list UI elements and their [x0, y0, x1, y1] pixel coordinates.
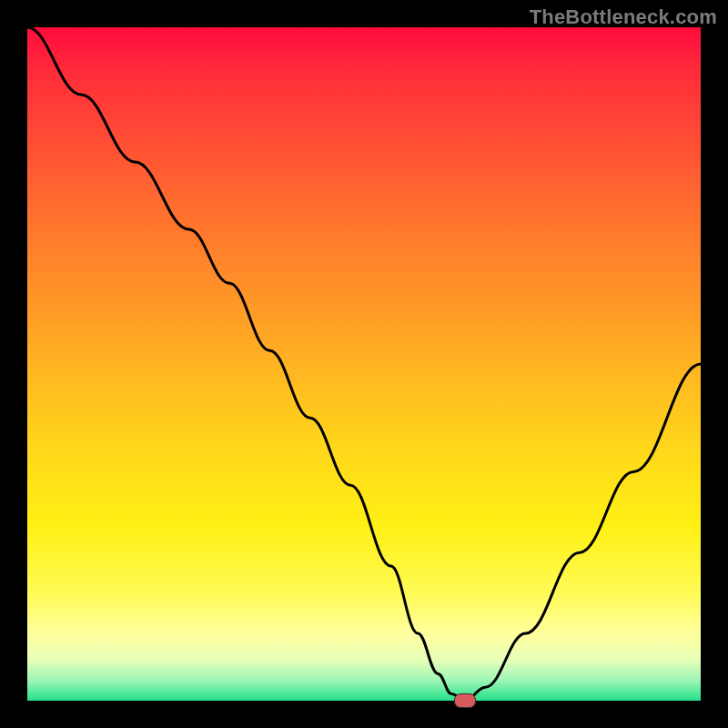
- watermark-label: TheBottleneck.com: [530, 5, 717, 29]
- curve-svg: [27, 27, 701, 701]
- chart-container: TheBottleneck.com: [0, 0, 728, 728]
- bottleneck-curve-path: [27, 27, 701, 701]
- plot-area: [27, 27, 701, 701]
- optimal-marker: [454, 693, 476, 708]
